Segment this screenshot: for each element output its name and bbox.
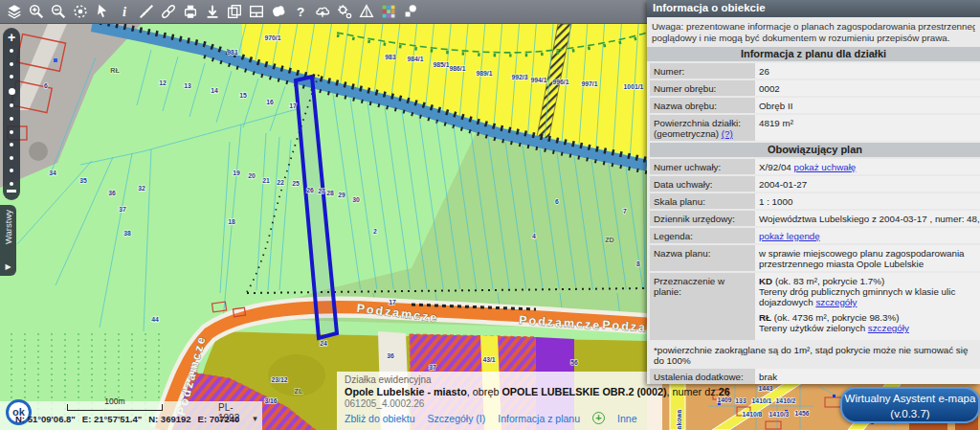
layers-tab-label: Warstwy (3, 210, 13, 244)
svg-text:21: 21 (262, 177, 270, 184)
pointer-button[interactable] (92, 1, 113, 22)
popup-link[interactable]: Zbliż do obiektu (345, 413, 415, 424)
zoom-levels[interactable] (9, 49, 15, 186)
select-area-icon (72, 3, 89, 20)
section-header-plot-info: Informacja z planu dla działki (647, 47, 980, 61)
popup-link[interactable]: Informacja z planu (498, 413, 580, 424)
add-icon[interactable]: + (592, 412, 605, 424)
svg-text:7: 7 (623, 208, 627, 215)
polygon-button[interactable] (268, 1, 289, 22)
info-row-value: Obręb II (755, 98, 980, 113)
zoom-out-slider-button[interactable] (7, 190, 16, 192)
info-row: Legenda:pokaż legendę (650, 228, 980, 243)
info-row-label: Data uchwały: (650, 176, 755, 192)
svg-text:985/1: 985/1 (433, 61, 449, 68)
zoom-in-slider-button[interactable]: + (8, 32, 15, 43)
settings-icon (336, 3, 353, 20)
cloud-upload-button[interactable] (312, 1, 333, 22)
link-button[interactable] (158, 1, 179, 22)
info-row-label: Powierzchnia działki: (geometryczna) (?) (650, 115, 755, 141)
status-bar: ok 100m PL-1992▾ N: 51°09'06.8"E: 21°57'… (0, 401, 262, 430)
svg-text:1456: 1456 (794, 410, 809, 417)
shapes-button[interactable] (400, 1, 421, 22)
popup-link[interactable]: Inne (617, 413, 636, 424)
zoom-level-dot[interactable] (10, 156, 13, 160)
svg-text:38: 38 (123, 230, 131, 237)
application-window: 970/1981983984/1985/1986/1989/1992/3994/… (0, 0, 980, 430)
details-link[interactable]: szczegóły (868, 323, 909, 333)
svg-text:12: 12 (159, 79, 167, 86)
svg-text:18: 18 (228, 218, 235, 225)
svg-text:?: ? (297, 5, 304, 19)
print-button[interactable] (180, 1, 201, 22)
info-row-value: 4819 m² (755, 115, 980, 141)
zoom-level-dot[interactable] (10, 75, 13, 79)
zoom-out-icon (50, 3, 67, 20)
help-link[interactable]: (?) (722, 128, 733, 139)
layers-button[interactable] (4, 1, 25, 22)
layout-button[interactable] (246, 1, 267, 22)
popup-link[interactable]: Szczegóły (I) (428, 413, 486, 424)
info-icon: i (116, 3, 133, 20)
zoom-in-button[interactable] (26, 1, 47, 22)
zoom-level-dot[interactable] (10, 103, 13, 107)
map-canvas[interactable]: 970/1981983984/1985/1986/1989/1992/3994/… (0, 0, 647, 430)
svg-text:997/1: 997/1 (581, 80, 597, 87)
settings-button[interactable] (334, 1, 355, 22)
zoom-level-dot[interactable] (10, 130, 13, 134)
zoom-level-dot[interactable] (10, 169, 13, 172)
svg-text:4: 4 (532, 233, 536, 239)
help-icon: ? (292, 3, 309, 20)
svg-text:986/1: 986/1 (449, 65, 465, 72)
info-row-label: Numer obrębu: (650, 80, 755, 96)
zoom-level-dot[interactable] (10, 62, 13, 66)
info-row-label: Dziennik urzędowy: (650, 211, 755, 226)
zoom-level-dot[interactable] (10, 182, 13, 186)
zoom-out-button[interactable] (48, 1, 69, 22)
download-button[interactable] (202, 1, 223, 22)
panel-title: Informacja o obiekcie (647, 0, 980, 17)
basemap-grid-button[interactable] (378, 1, 399, 22)
zoom-level-dot[interactable] (10, 117, 13, 121)
detail-link[interactable]: pokaż uchwałę (794, 162, 857, 172)
info-button[interactable]: i (114, 1, 135, 22)
download-icon (204, 3, 221, 20)
virtual-assistant-button[interactable]: Wirtualny Asystent e-mapa (v.0.3.7) (840, 387, 980, 423)
help-button[interactable]: ? (290, 1, 311, 22)
info-row: Nazwa obrębu:Obręb II (650, 98, 980, 113)
svg-text:981: 981 (227, 49, 238, 56)
svg-text:43/1: 43/1 (482, 356, 495, 363)
info-row: Powierzchnia działki: (geometryczna) (?)… (650, 115, 980, 141)
zoom-in-icon (28, 3, 45, 20)
info-row: Dziennik urzędowy:Województwa Lubelskieg… (650, 211, 980, 226)
shapes-icon (402, 3, 419, 20)
svg-text:13: 13 (184, 82, 191, 89)
sidebar-tab-layers[interactable]: Warstwy ▶ (0, 205, 16, 276)
zoom-slider[interactable]: + (3, 28, 20, 200)
chevron-right-icon: ▶ (5, 262, 11, 271)
pyramid-button[interactable] (356, 1, 377, 22)
info-row-value: Województwa Lubelskiego z 2004-03-17 , n… (755, 211, 980, 226)
info-row: Numer obrębu:0002 (650, 80, 980, 96)
designation-label: Przeznaczenie w planie: (650, 273, 755, 340)
info-row-value: w sprawie miejscowego planu zagospodarow… (755, 245, 980, 271)
svg-text:16: 16 (266, 99, 274, 105)
svg-text:992/3: 992/3 (511, 74, 527, 80)
zoom-level-dot[interactable] (10, 143, 13, 147)
svg-text:6: 6 (44, 82, 48, 89)
details-link[interactable]: szczegóły (815, 297, 857, 307)
copy-button[interactable] (224, 1, 245, 22)
info-row-value: 2004-01-27 (755, 176, 980, 192)
svg-text:1410/1: 1410/1 (752, 397, 772, 404)
measure-button[interactable] (136, 1, 157, 22)
designation-entry: RŁ (ok. 4736 m², pokrycie 98.3%)Tereny u… (759, 312, 976, 333)
svg-text:34: 34 (49, 170, 56, 176)
zoom-level-dot[interactable] (10, 49, 13, 53)
additional-settings-row: Ustalenia dodatkowe: brak (650, 369, 980, 384)
zoom-level-current[interactable] (9, 88, 15, 95)
print-icon (182, 3, 199, 20)
map-blue-point (54, 58, 57, 62)
detail-link[interactable]: pokaż legendę (759, 231, 820, 241)
polygon-icon (270, 3, 287, 20)
select-area-button[interactable] (70, 1, 91, 22)
